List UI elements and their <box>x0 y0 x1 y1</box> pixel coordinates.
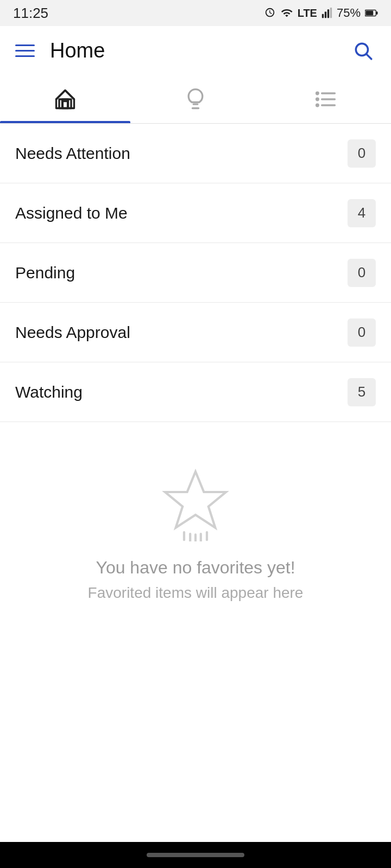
empty-title: You have no favorites yet! <box>96 558 295 578</box>
bottom-navigation-bar <box>0 842 391 868</box>
tab-bar <box>0 75 391 124</box>
watching-label: Watching <box>15 383 83 401</box>
bottom-pill <box>147 853 244 857</box>
needs-approval-label: Needs Approval <box>15 323 130 342</box>
svg-point-15 <box>317 98 319 100</box>
svg-rect-5 <box>376 11 378 15</box>
needs-attention-badge: 0 <box>348 139 376 168</box>
pending-badge: 0 <box>348 259 376 287</box>
signal-icon <box>321 7 332 19</box>
search-icon <box>352 40 373 61</box>
svg-point-16 <box>317 104 319 106</box>
list-item-assigned-to-me[interactable]: Assigned to Me 4 <box>0 183 391 243</box>
list-section: Needs Attention 0 Assigned to Me 4 Pendi… <box>0 124 391 842</box>
wifi-icon <box>280 7 293 19</box>
assigned-to-me-badge: 4 <box>348 199 376 227</box>
list-item-pending[interactable]: Pending 0 <box>0 243 391 303</box>
menu-button[interactable] <box>15 44 35 57</box>
svg-line-8 <box>367 54 371 59</box>
status-bar: 11:25 LTE 75% <box>0 0 391 26</box>
tab-list[interactable] <box>261 75 391 123</box>
assigned-to-me-label: Assigned to Me <box>15 204 128 222</box>
watching-badge: 5 <box>348 378 376 406</box>
svg-marker-17 <box>165 471 226 528</box>
alarm-icon <box>264 7 276 19</box>
search-button[interactable] <box>350 37 376 63</box>
header: Home <box>0 26 391 75</box>
battery-indicator: 75% <box>337 6 361 20</box>
page-title: Home <box>50 39 105 62</box>
tab-home[interactable] <box>0 75 130 123</box>
svg-rect-1 <box>325 12 326 18</box>
needs-attention-label: Needs Attention <box>15 144 130 163</box>
status-time: 11:25 <box>13 5 48 22</box>
list-item-watching[interactable]: Watching 5 <box>0 362 391 422</box>
lightbulb-tab-icon <box>184 87 207 111</box>
empty-star-icon <box>157 465 234 541</box>
home-tab-icon <box>53 87 77 111</box>
pending-label: Pending <box>15 264 75 282</box>
svg-rect-2 <box>327 9 329 18</box>
tab-ideas[interactable] <box>130 75 261 123</box>
lte-indicator: LTE <box>298 7 317 20</box>
svg-point-14 <box>317 92 319 94</box>
svg-rect-3 <box>330 8 332 18</box>
list-item-needs-approval[interactable]: Needs Approval 0 <box>0 303 391 362</box>
needs-approval-badge: 0 <box>348 318 376 347</box>
status-icons: LTE 75% <box>264 6 378 20</box>
list-item-needs-attention[interactable]: Needs Attention 0 <box>0 124 391 183</box>
list-tab-icon <box>314 87 338 111</box>
battery-icon <box>365 7 378 19</box>
empty-subtitle: Favorited items will appear here <box>88 584 304 602</box>
svg-rect-6 <box>365 11 373 15</box>
svg-rect-0 <box>322 14 324 18</box>
header-left: Home <box>15 39 105 62</box>
empty-state: You have no favorites yet! Favorited ite… <box>0 422 391 634</box>
svg-rect-10 <box>62 101 67 108</box>
